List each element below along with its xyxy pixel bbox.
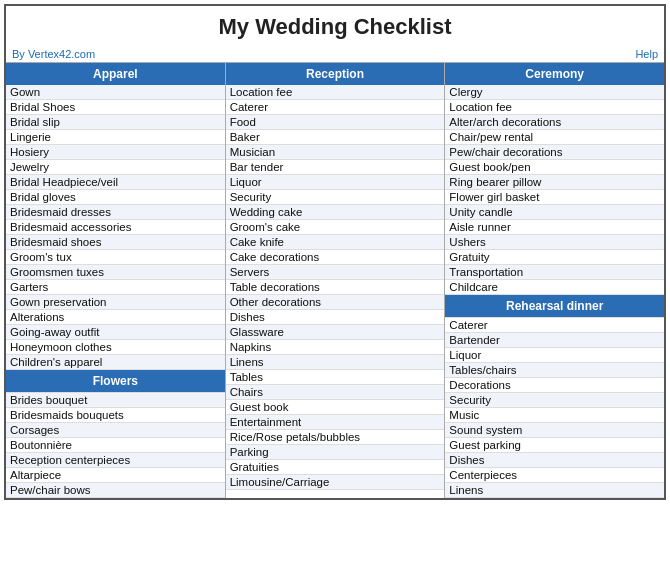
list-item: Table decorations: [226, 280, 445, 295]
list-item: Liquor: [445, 348, 664, 363]
column-header-0: Apparel: [6, 63, 225, 85]
column-2: CeremonyClergyLocation feeAlter/arch dec…: [445, 63, 664, 498]
help-link[interactable]: Help: [635, 48, 658, 60]
list-item: Gratuity: [445, 250, 664, 265]
list-item: Honeymoon clothes: [6, 340, 225, 355]
list-item: Bridal gloves: [6, 190, 225, 205]
list-item: Garters: [6, 280, 225, 295]
list-item: Alter/arch decorations: [445, 115, 664, 130]
list-item: Liquor: [226, 175, 445, 190]
column-1: ReceptionLocation feeCatererFoodBakerMus…: [226, 63, 446, 498]
list-item: Hosiery: [6, 145, 225, 160]
list-item: Gratuities: [226, 460, 445, 475]
list-item: Bartender: [445, 333, 664, 348]
list-item: Tables: [226, 370, 445, 385]
section-header-2-14: Rehearsal dinner: [445, 295, 664, 318]
list-item: Caterer: [226, 100, 445, 115]
list-item: Brides bouquet: [6, 393, 225, 408]
list-item: Guest parking: [445, 438, 664, 453]
list-item: Clergy: [445, 85, 664, 100]
list-item: Reception centerpieces: [6, 453, 225, 468]
list-item: Bridal Headpiece/veil: [6, 175, 225, 190]
list-item: Bridesmaid shoes: [6, 235, 225, 250]
list-item: Bridesmaid dresses: [6, 205, 225, 220]
list-item: Limousine/Carriage: [226, 475, 445, 490]
top-links-bar: By Vertex42.com Help: [6, 46, 664, 62]
list-item: Security: [226, 190, 445, 205]
section-header-0-19: Flowers: [6, 370, 225, 393]
list-item: Alterations: [6, 310, 225, 325]
list-item: Bridal slip: [6, 115, 225, 130]
list-item: Groom's tux: [6, 250, 225, 265]
column-header-2: Ceremony: [445, 63, 664, 85]
list-item: Food: [226, 115, 445, 130]
list-item: Tables/chairs: [445, 363, 664, 378]
list-item: Servers: [226, 265, 445, 280]
vertex-link[interactable]: By Vertex42.com: [12, 48, 95, 60]
list-item: Security: [445, 393, 664, 408]
list-item: Ring bearer pillow: [445, 175, 664, 190]
list-item: Ushers: [445, 235, 664, 250]
list-item: Groom's cake: [226, 220, 445, 235]
columns-container: ApparelGownBridal ShoesBridal slipLinger…: [6, 62, 664, 498]
list-item: Groomsmen tuxes: [6, 265, 225, 280]
list-item: Sound system: [445, 423, 664, 438]
list-item: Lingerie: [6, 130, 225, 145]
list-item: Guest book/pen: [445, 160, 664, 175]
list-item: Linens: [226, 355, 445, 370]
list-item: Unity candle: [445, 205, 664, 220]
list-item: Gown preservation: [6, 295, 225, 310]
list-item: Children's apparel: [6, 355, 225, 370]
list-item: Guest book: [226, 400, 445, 415]
list-item: Boutonnière: [6, 438, 225, 453]
list-item: Bar tender: [226, 160, 445, 175]
column-header-1: Reception: [226, 63, 445, 85]
page-title: My Wedding Checklist: [6, 6, 664, 46]
list-item: Going-away outfit: [6, 325, 225, 340]
list-item: Glassware: [226, 325, 445, 340]
list-item: Dishes: [226, 310, 445, 325]
list-item: Pew/chair decorations: [445, 145, 664, 160]
list-item: Location fee: [226, 85, 445, 100]
list-item: Wedding cake: [226, 205, 445, 220]
list-item: Parking: [226, 445, 445, 460]
list-item: Bridesmaids bouquets: [6, 408, 225, 423]
list-item: Chair/pew rental: [445, 130, 664, 145]
list-item: Jewelry: [6, 160, 225, 175]
list-item: Aisle runner: [445, 220, 664, 235]
list-item: Napkins: [226, 340, 445, 355]
list-item: Musician: [226, 145, 445, 160]
list-item: Chairs: [226, 385, 445, 400]
list-item: Altarpiece: [6, 468, 225, 483]
main-container: My Wedding Checklist By Vertex42.com Hel…: [4, 4, 666, 500]
list-item: Gown: [6, 85, 225, 100]
list-item: Decorations: [445, 378, 664, 393]
list-item: Music: [445, 408, 664, 423]
list-item: Caterer: [445, 318, 664, 333]
list-item: Flower girl basket: [445, 190, 664, 205]
list-item: Other decorations: [226, 295, 445, 310]
list-item: Linens: [445, 483, 664, 498]
list-item: Cake decorations: [226, 250, 445, 265]
list-item: Rice/Rose petals/bubbles: [226, 430, 445, 445]
list-item: Corsages: [6, 423, 225, 438]
list-item: Centerpieces: [445, 468, 664, 483]
list-item: Bridal Shoes: [6, 100, 225, 115]
list-item: Baker: [226, 130, 445, 145]
list-item: Dishes: [445, 453, 664, 468]
list-item: Pew/chair bows: [6, 483, 225, 498]
list-item: Cake knife: [226, 235, 445, 250]
list-item: Childcare: [445, 280, 664, 295]
list-item: Bridesmaid accessories: [6, 220, 225, 235]
list-item: Location fee: [445, 100, 664, 115]
list-item: Entertainment: [226, 415, 445, 430]
list-item: Transportation: [445, 265, 664, 280]
column-0: ApparelGownBridal ShoesBridal slipLinger…: [6, 63, 226, 498]
